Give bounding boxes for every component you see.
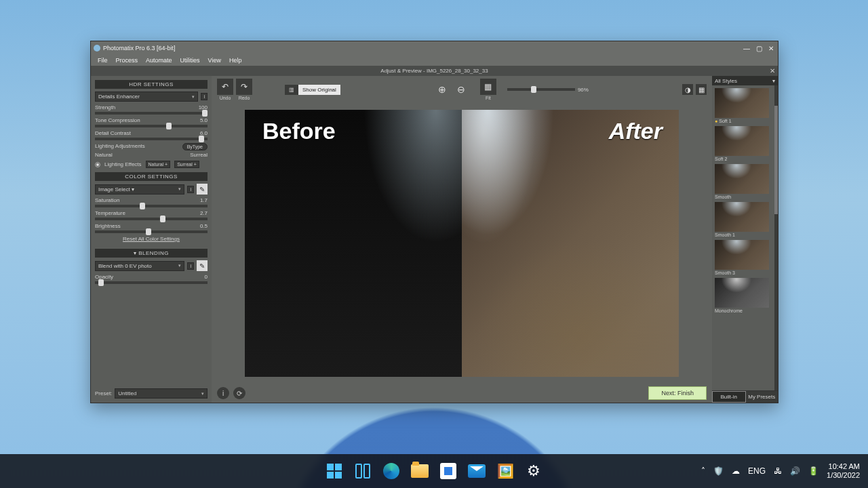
- image-select-info[interactable]: i: [187, 186, 194, 193]
- preset-smooth-1[interactable]: Smooth 1: [715, 202, 769, 237]
- document-bar: Adjust & Preview - IMG_5226_28_30_32_33 …: [91, 66, 778, 76]
- hdr-slider-label: Strength: [95, 104, 115, 110]
- network-icon[interactable]: 🖧: [774, 466, 782, 476]
- color-slider-thumb[interactable]: [140, 203, 145, 209]
- photos-icon[interactable]: 🖼️: [495, 461, 515, 481]
- blending-header[interactable]: ▾ BLENDING: [95, 249, 208, 258]
- maximize-button[interactable]: ▢: [755, 44, 763, 52]
- blend-info[interactable]: i: [187, 262, 194, 270]
- chevron-down-icon: ▾: [772, 78, 775, 84]
- color-slider-track[interactable]: [95, 205, 208, 207]
- opacity-slider[interactable]: [95, 281, 208, 284]
- preset-thumbnail: [715, 240, 769, 270]
- menu-automate[interactable]: Automate: [146, 57, 172, 64]
- onedrive-icon[interactable]: ☁: [732, 466, 740, 476]
- refresh-button[interactable]: ⟳: [233, 387, 245, 399]
- hdr-slider-thumb[interactable]: [202, 110, 208, 117]
- color-slider-2: Brightness0.5: [95, 223, 208, 233]
- color-slider-track[interactable]: [95, 230, 208, 233]
- image-select-dropdown[interactable]: Image Select ▾: [95, 184, 184, 195]
- preview-canvas[interactable]: Before After: [245, 110, 679, 377]
- language-indicator[interactable]: ENG: [748, 466, 766, 476]
- hdr-slider-label: Detail Contrast: [95, 130, 131, 136]
- zoom-in-button[interactable]: ⊕: [434, 81, 450, 98]
- hdr-slider-track[interactable]: [95, 138, 208, 140]
- preset-soft-1[interactable]: Soft 1: [715, 88, 769, 123]
- info-button[interactable]: i: [217, 387, 229, 399]
- preset-smooth[interactable]: Smooth: [715, 164, 769, 199]
- window-title: Photomatix Pro 6.3 [64-bit]: [103, 45, 176, 52]
- menu-help[interactable]: Help: [229, 57, 242, 64]
- preset-dropdown[interactable]: Untitled: [115, 388, 208, 399]
- minimize-button[interactable]: —: [743, 44, 751, 52]
- file-explorer-icon[interactable]: [410, 461, 430, 481]
- store-icon[interactable]: [438, 461, 458, 481]
- lighting-effects-select-2[interactable]: Surreal +: [174, 161, 199, 168]
- toolbar: ↶ Undo ↷ Redo ▥ Show Original: [212, 76, 712, 103]
- undo-button[interactable]: ↶: [217, 79, 233, 95]
- hdr-settings-header: HDR SETTINGS: [95, 80, 208, 89]
- mail-icon[interactable]: [467, 461, 487, 481]
- color-slider-track[interactable]: [95, 218, 208, 220]
- zoom-slider[interactable]: [507, 88, 575, 91]
- clock-date: 1/30/2022: [827, 471, 860, 480]
- hdr-slider-thumb[interactable]: [199, 136, 204, 142]
- volume-icon[interactable]: 🔊: [790, 466, 800, 476]
- opacity-slider-thumb[interactable]: [98, 279, 104, 286]
- clock[interactable]: 10:42 AM 1/30/2022: [827, 462, 860, 480]
- preset-thumbnail: [715, 126, 769, 156]
- zoom-out-button[interactable]: ⊖: [453, 81, 469, 98]
- settings-icon[interactable]: ⚙: [524, 461, 544, 481]
- blend-dropdown[interactable]: Blend with 0 EV photo: [95, 261, 184, 271]
- blend-eyedropper[interactable]: ✎: [197, 260, 208, 271]
- hdr-slider-track[interactable]: [95, 125, 208, 127]
- menu-view[interactable]: View: [208, 57, 221, 64]
- security-icon[interactable]: 🛡️: [713, 466, 724, 476]
- eyedropper-button[interactable]: ✎: [197, 184, 208, 195]
- tab-builtin[interactable]: Built-in: [712, 391, 746, 403]
- lighting-effects-radio[interactable]: [95, 162, 100, 167]
- battery-icon[interactable]: 🔋: [808, 466, 818, 476]
- edge-icon[interactable]: [381, 461, 401, 481]
- task-view-button[interactable]: [353, 461, 373, 481]
- menu-utilities[interactable]: Utilities: [180, 57, 200, 64]
- bottom-bar: i ⟳ Next: Finish: [212, 384, 712, 403]
- show-original-button[interactable]: Show Original: [298, 85, 340, 95]
- reset-color-link[interactable]: Reset All Color Settings: [95, 236, 208, 242]
- method-info-button[interactable]: i: [201, 93, 208, 100]
- hdr-slider-track[interactable]: [95, 112, 208, 115]
- document-close-button[interactable]: ✕: [770, 67, 775, 75]
- color-slider-thumb[interactable]: [160, 216, 165, 222]
- hdr-slider-thumb[interactable]: [166, 123, 172, 129]
- zoom-slider-thumb[interactable]: [531, 86, 536, 93]
- tab-my-presets[interactable]: My Presets: [746, 391, 778, 403]
- start-button[interactable]: [324, 461, 344, 481]
- compare-split-button[interactable]: ▥: [285, 85, 298, 95]
- next-finish-button[interactable]: Next: Finish: [648, 386, 707, 400]
- preset-monochrome[interactable]: Monochrome: [715, 278, 769, 313]
- preset-smooth-3[interactable]: Smooth 3: [715, 240, 769, 275]
- lighting-effects-select[interactable]: Natural +: [146, 161, 171, 168]
- canvas-area: Before After: [212, 103, 712, 384]
- lighting-bytype-button[interactable]: ByType: [182, 143, 208, 150]
- menu-process[interactable]: Process: [116, 57, 138, 64]
- color-slider-thumb[interactable]: [146, 228, 151, 235]
- hdr-slider-label: Tone Compression: [95, 117, 140, 123]
- tray-overflow-button[interactable]: ˄: [701, 466, 705, 476]
- scrollbar-handle[interactable]: [774, 106, 778, 214]
- preset-thumbnail: [715, 164, 769, 194]
- color-slider-label: Temperature: [95, 210, 125, 216]
- histogram-button[interactable]: ◑: [682, 84, 693, 95]
- grid-toggle-button[interactable]: ▦: [696, 84, 707, 95]
- color-settings-header: COLOR SETTINGS: [95, 172, 208, 181]
- presets-scrollbar[interactable]: [774, 85, 778, 390]
- preset-soft-2[interactable]: Soft 2: [715, 126, 769, 161]
- presets-header[interactable]: All Styles▾: [712, 76, 778, 85]
- preset-thumbnail: [715, 278, 769, 308]
- redo-button[interactable]: ↷: [236, 79, 252, 95]
- close-button[interactable]: ✕: [767, 44, 775, 52]
- fit-button[interactable]: ▦: [480, 79, 496, 95]
- method-dropdown[interactable]: Details Enhancer: [95, 92, 198, 102]
- menu-file[interactable]: File: [98, 57, 108, 64]
- after-region: [462, 110, 679, 377]
